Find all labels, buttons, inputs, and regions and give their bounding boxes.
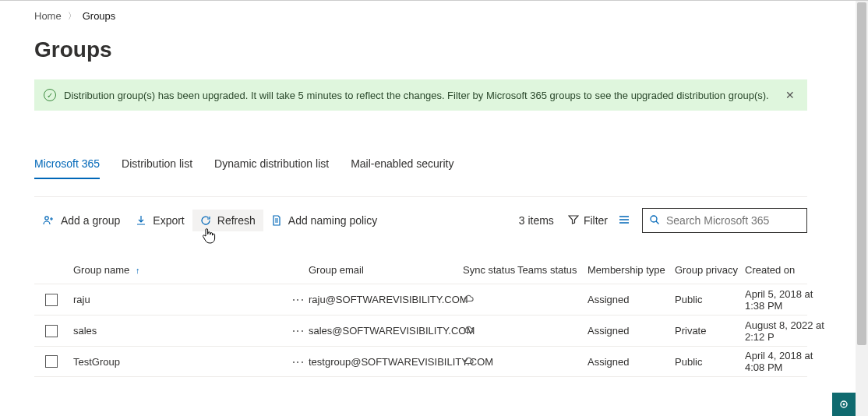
breadcrumb-home[interactable]: Home <box>34 10 62 22</box>
refresh-label: Refresh <box>217 214 256 227</box>
scrollbar-thumb[interactable] <box>857 2 866 345</box>
filter-label: Filter <box>584 214 608 227</box>
cell-membership-type: Assigned <box>587 294 675 305</box>
table-row[interactable]: raju ⋮ raju@SOFTWAREVISIBILITY.COM Assig… <box>34 284 807 315</box>
col-created-on[interactable]: Created on <box>745 264 834 276</box>
row-checkbox[interactable] <box>45 325 58 337</box>
table-row[interactable]: TestGroup ⋮ testgroup@SOFTWAREVISIBILITY… <box>34 346 807 377</box>
row-checkbox[interactable] <box>45 294 58 306</box>
cloud-icon <box>463 356 517 368</box>
col-group-name[interactable]: Group name ↑ <box>73 264 279 276</box>
cloud-icon <box>463 294 517 305</box>
tab-distribution-list[interactable]: Distribution list <box>122 154 192 179</box>
add-a-group-button[interactable]: Add a group <box>34 210 128 231</box>
items-count: 3 items <box>519 214 554 227</box>
row-checkbox[interactable] <box>45 355 58 368</box>
cell-group-email: testgroup@SOFTWAREVISIBILITY.COM <box>309 356 463 368</box>
cell-created-on: August 8, 2022 at 2:12 P <box>745 319 834 343</box>
document-icon <box>271 215 282 226</box>
col-group-name-label: Group name <box>73 264 129 276</box>
row-more-actions[interactable]: ⋮ <box>279 322 309 340</box>
cell-group-email: raju@SOFTWAREVISIBILITY.COM <box>309 294 463 305</box>
tab-microsoft-365[interactable]: Microsoft 365 <box>34 154 100 179</box>
search-box[interactable] <box>642 208 807 233</box>
cell-group-privacy: Public <box>675 356 745 368</box>
sort-asc-icon: ↑ <box>136 266 140 275</box>
add-naming-policy-button[interactable]: Add naming policy <box>263 210 385 231</box>
filter-button[interactable]: Filter <box>568 214 608 227</box>
table-header: Group name ↑ Group email Sync status Tea… <box>34 259 807 280</box>
add-person-icon <box>42 214 55 227</box>
svg-point-1 <box>651 216 657 222</box>
add-naming-policy-label: Add naming policy <box>288 214 377 227</box>
breadcrumb: Home 〉 Groups <box>34 7 807 25</box>
col-teams-status[interactable]: Teams status <box>517 264 587 276</box>
row-more-actions[interactable]: ⋮ <box>279 353 309 371</box>
cell-membership-type: Assigned <box>587 325 675 337</box>
cell-created-on: April 4, 2018 at 4:08 PM <box>745 350 834 373</box>
help-widget[interactable] <box>832 393 856 416</box>
list-icon <box>619 214 631 227</box>
refresh-button[interactable]: Refresh <box>192 210 263 231</box>
filter-icon <box>568 214 579 227</box>
add-a-group-label: Add a group <box>61 214 120 227</box>
chevron-right-icon: 〉 <box>68 10 76 22</box>
cloud-icon <box>463 325 517 337</box>
tabs: Microsoft 365 Distribution list Dynamic … <box>34 154 807 179</box>
cell-group-name: raju <box>73 294 279 305</box>
col-membership-type[interactable]: Membership type <box>587 264 675 276</box>
command-bar: Add a group Export Refresh <box>34 196 807 233</box>
tab-dynamic-distribution-list[interactable]: Dynamic distribution list <box>214 154 329 179</box>
svg-point-0 <box>45 217 48 220</box>
col-group-email[interactable]: Group email <box>309 264 463 276</box>
breadcrumb-current: Groups <box>83 10 116 22</box>
cell-group-name: TestGroup <box>73 356 279 368</box>
tab-mail-enabled-security[interactable]: Mail-enabled security <box>351 154 453 179</box>
page-title: Groups <box>34 37 807 62</box>
svg-point-3 <box>843 404 845 406</box>
scrollbar-track[interactable] <box>856 1 868 416</box>
cell-group-privacy: Private <box>675 325 745 337</box>
cell-created-on: April 5, 2018 at 1:38 PM <box>745 288 834 312</box>
cell-group-email: sales@SOFTWAREVISIBILITY.COM <box>309 325 463 337</box>
download-icon <box>136 215 146 226</box>
export-label: Export <box>153 214 184 227</box>
message-bar-text: Distribution group(s) has been upgraded.… <box>64 90 769 101</box>
success-check-icon: ✓ <box>44 89 56 101</box>
export-button[interactable]: Export <box>128 210 192 231</box>
row-more-actions[interactable]: ⋮ <box>279 291 309 308</box>
refresh-icon <box>200 215 211 226</box>
cell-group-name: sales <box>73 325 279 337</box>
col-sync-status[interactable]: Sync status <box>463 264 517 276</box>
search-icon <box>649 214 660 227</box>
cell-group-privacy: Public <box>675 294 745 305</box>
list-options-button[interactable] <box>619 214 631 227</box>
search-input[interactable] <box>665 213 804 227</box>
col-group-privacy[interactable]: Group privacy <box>675 264 745 276</box>
close-icon[interactable]: ✕ <box>782 86 798 104</box>
message-bar: ✓ Distribution group(s) has been upgrade… <box>34 79 807 111</box>
cell-membership-type: Assigned <box>587 356 675 368</box>
table-row[interactable]: sales ⋮ sales@SOFTWAREVISIBILITY.COM Ass… <box>34 315 807 346</box>
table-body: raju ⋮ raju@SOFTWAREVISIBILITY.COM Assig… <box>34 284 807 377</box>
